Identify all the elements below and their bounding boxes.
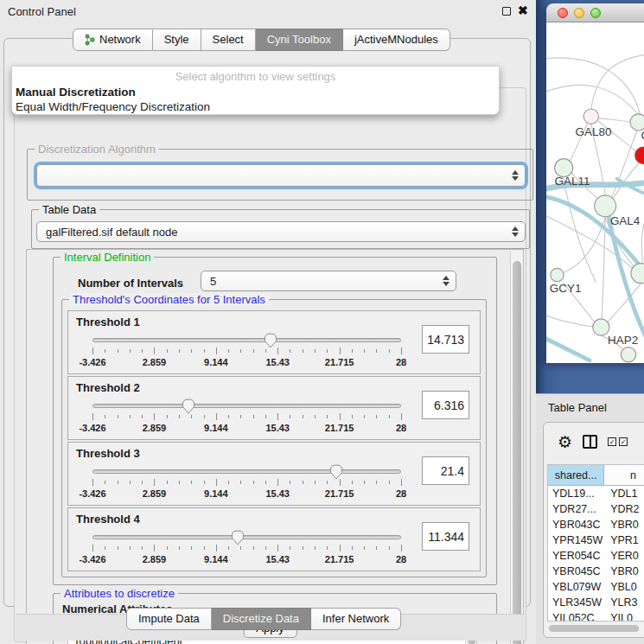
threshold-slider[interactable] xyxy=(92,469,401,475)
scale-label: -3.426 xyxy=(79,423,105,433)
table-cell: YDR2 xyxy=(606,501,644,517)
scale-label: 21.715 xyxy=(325,554,354,564)
cyni-bottom-tab-bar: Impute DataDiscretize DataInfer Network xyxy=(126,608,401,630)
table-cell: YPR145W xyxy=(548,532,606,548)
table-panel-title: Table Panel xyxy=(548,401,607,414)
minimize-traffic-icon[interactable] xyxy=(574,8,584,18)
threshold-label: Threshold 3 xyxy=(76,447,140,460)
table-row[interactable]: YBL079WYBL0 xyxy=(548,579,644,595)
combo-stepper-icon xyxy=(443,276,450,286)
network-node-hap2[interactable] xyxy=(593,319,609,335)
checkbox-icon[interactable]: ✓ xyxy=(619,437,628,446)
table-horizontal-scrollbar[interactable] xyxy=(547,624,644,634)
node-table: shared...n YDL19...YDL1YDR27...YDR2YBR04… xyxy=(547,464,644,622)
bottom-tab-discretize-data[interactable]: Discretize Data xyxy=(212,608,311,630)
thresholds-group-title: Threshold's Coordinates for 5 Intervals xyxy=(69,293,269,306)
table-row[interactable]: YBR045CYBR0 xyxy=(548,564,644,579)
slider-scale-labels: -3.4262.8599.14415.4321.71528 xyxy=(92,357,401,367)
scale-label: 15.43 xyxy=(265,554,290,564)
checkbox-icon[interactable]: ✓ xyxy=(608,437,616,446)
scale-label: 21.715 xyxy=(325,423,354,433)
network-edge xyxy=(591,54,644,109)
network-node-node-bottom[interactable] xyxy=(621,348,635,362)
bottom-tab-infer-network[interactable]: Infer Network xyxy=(311,608,401,630)
threshold-slider[interactable] xyxy=(92,337,401,344)
tab-jactivemnodules[interactable]: jActiveMNodules xyxy=(343,29,450,51)
slider-track[interactable] xyxy=(92,469,401,474)
select-columns-icons: ✓ ✓ xyxy=(608,437,628,446)
algorithm-option[interactable]: Manual Discretization xyxy=(12,85,499,99)
algorithm-combobox[interactable] xyxy=(36,164,526,187)
zoom-traffic-icon[interactable] xyxy=(590,8,601,18)
network-window-titlebar[interactable] xyxy=(546,3,644,22)
table-row[interactable]: YBR043CYBR0 xyxy=(548,517,644,532)
network-node-gal4[interactable] xyxy=(595,195,616,217)
table-cell: YIL052C xyxy=(548,610,606,622)
threshold-slider[interactable] xyxy=(92,534,401,541)
network-node-label: GCY1 xyxy=(550,282,582,295)
gear-icon[interactable]: ⚙ xyxy=(558,434,572,450)
table-cell: YLR345W xyxy=(548,595,606,610)
network-view-region: GAL80GACGAL11GAL4HGCY1HAP2 xyxy=(536,0,644,393)
float-window-icon[interactable] xyxy=(502,7,511,16)
threshold-label: Threshold 4 xyxy=(76,513,140,526)
network-node-gcy1[interactable] xyxy=(551,268,564,281)
slider-track[interactable] xyxy=(92,404,401,408)
network-node-gal80[interactable] xyxy=(583,109,598,124)
table-row[interactable]: YLR345WYLR3 xyxy=(548,595,644,610)
tab-network[interactable]: Network xyxy=(73,29,153,51)
table-data-group: Table Data galFiltered.sif default node xyxy=(31,209,530,249)
column-header-shared-name[interactable]: shared... xyxy=(548,465,604,485)
threshold-row: Threshold 4-3.4262.8599.14415.4321.71528… xyxy=(67,507,481,571)
tab-select[interactable]: Select xyxy=(201,29,256,51)
network-canvas[interactable]: GAL80GACGAL11GAL4HGCY1HAP2 xyxy=(546,22,644,363)
table-cell: YBR045C xyxy=(548,564,606,579)
table-row[interactable]: YPR145WYPR1 xyxy=(548,532,644,548)
columns-icon[interactable] xyxy=(583,435,597,449)
scale-label: 28 xyxy=(396,554,406,564)
close-icon[interactable]: ✖ xyxy=(518,3,528,17)
table-row[interactable]: YER054CYER0 xyxy=(548,548,644,564)
table-row[interactable]: YDR27...YDR2 xyxy=(548,501,644,517)
table-panel-region: Table Panel ⚙ ✓ ✓ shared...n YDL19...YDL… xyxy=(536,393,644,644)
network-edge xyxy=(598,118,630,123)
slider-track[interactable] xyxy=(92,338,401,342)
table-data-combobox[interactable]: galFiltered.sif default node xyxy=(36,221,526,242)
column-header-name[interactable]: n xyxy=(604,465,644,485)
table-row[interactable]: YDL19...YDL1 xyxy=(548,486,644,501)
threshold-value-field[interactable]: 14.713 xyxy=(422,325,469,354)
scale-label: 15.43 xyxy=(265,357,290,367)
close-traffic-icon[interactable] xyxy=(558,8,568,18)
table-cell: YPR1 xyxy=(606,532,644,548)
table-data-group-title: Table Data xyxy=(39,203,99,216)
table-data-selected: galFiltered.sif default node xyxy=(46,226,177,239)
combo-stepper-icon xyxy=(512,170,519,181)
scale-label: 21.715 xyxy=(325,357,354,367)
threshold-row: Threshold 3-3.4262.8599.14415.4321.71528… xyxy=(67,442,481,506)
threshold-value-field[interactable]: 6.316 xyxy=(422,391,469,419)
bottom-tab-impute-data[interactable]: Impute Data xyxy=(126,608,212,630)
threshold-slider[interactable] xyxy=(92,403,401,410)
tab-label: Style xyxy=(164,33,189,46)
number-of-intervals-combobox[interactable]: 5 xyxy=(201,271,456,291)
scale-label: 9.144 xyxy=(204,423,228,433)
network-edge xyxy=(613,162,641,199)
interval-definition-title: Interval Definition xyxy=(61,251,154,264)
tab-style[interactable]: Style xyxy=(153,29,201,51)
panel-title: Control Panel xyxy=(8,5,76,18)
scale-label: -3.426 xyxy=(79,357,105,367)
network-node-label: GAL11 xyxy=(555,175,590,188)
slider-track[interactable] xyxy=(92,535,401,539)
settings-vertical-scrollbar[interactable] xyxy=(510,251,523,644)
algorithm-option[interactable]: Equal Width/Frequency Discretization xyxy=(12,99,499,114)
network-edge xyxy=(546,316,595,327)
network-node-node-red[interactable] xyxy=(635,147,644,163)
threshold-row: Threshold 1-3.4262.8599.14415.4321.71528… xyxy=(67,310,481,374)
table-cell: YBL079W xyxy=(548,579,606,595)
threshold-value-field[interactable]: 11.344 xyxy=(422,522,469,551)
network-icon xyxy=(85,34,95,46)
threshold-value-field[interactable]: 21.4 xyxy=(422,456,469,485)
tab-cyni-toolbox[interactable]: Cyni Toolbox xyxy=(256,29,343,51)
table-row[interactable]: YIL052CYIL0 xyxy=(548,610,644,622)
network-node-node-h[interactable] xyxy=(631,264,644,284)
